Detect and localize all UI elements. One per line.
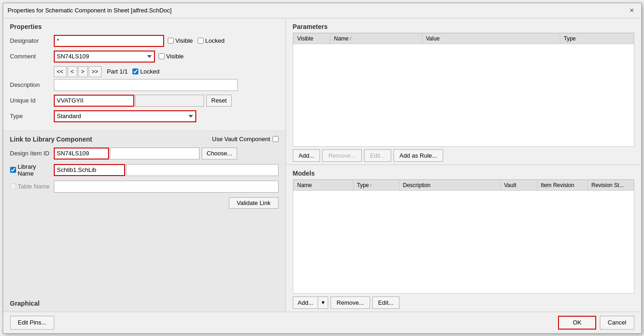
- validate-link-button[interactable]: Validate Link: [229, 197, 278, 209]
- title-bar: Properties for Schematic Component in Sh…: [3, 3, 641, 18]
- visible1-label: Visible: [176, 37, 193, 44]
- models-add-dropdown-button[interactable]: ▼: [318, 296, 328, 309]
- table-name-checkbox[interactable]: [10, 183, 16, 189]
- left-panel: Properties Designator Visible Locked: [3, 18, 286, 312]
- description-label: Description: [10, 81, 54, 88]
- comment-select[interactable]: SN74LS109: [54, 51, 155, 63]
- type-label: Type: [10, 113, 54, 120]
- library-full-input[interactable]: [126, 164, 279, 176]
- visible2-label: Visible: [166, 53, 184, 60]
- library-name-label: Library Name: [18, 163, 54, 177]
- models-edit-button[interactable]: Edit...: [372, 296, 399, 309]
- table-name-label: Table Name: [18, 183, 50, 190]
- unique-id-row: Unique Id Reset: [10, 95, 279, 107]
- nav-first-button[interactable]: <<: [54, 66, 67, 77]
- params-add-button[interactable]: Add...: [293, 149, 320, 162]
- close-button[interactable]: ×: [627, 6, 637, 15]
- models-col-description: Description: [399, 180, 500, 191]
- library-name-row: Library Name: [10, 163, 279, 177]
- design-item-row: Design Item ID Choose...: [10, 148, 279, 159]
- comment-row: Comment SN74LS109 Visible: [10, 51, 279, 63]
- vault-label: Use Vault Component: [212, 136, 270, 142]
- locked1-group: Locked: [198, 37, 225, 44]
- locked2-group: Locked: [132, 68, 160, 75]
- dialog-footer: Edit Pins... OK Cancel: [3, 312, 641, 333]
- models-remove-button[interactable]: Remove...: [331, 296, 370, 309]
- parameters-table-area: Visible Name Value Type: [293, 33, 634, 147]
- part-label: Part 1/1: [107, 68, 128, 75]
- params-btn-row: Add... Remove... Edit... Add as Rule...: [286, 147, 641, 165]
- params-edit-button[interactable]: Edit...: [364, 149, 391, 162]
- description-input[interactable]: [54, 79, 238, 91]
- models-table: Name Type Description Vault Item Revisio…: [293, 180, 634, 191]
- main-dialog: Properties for Schematic Component in Sh…: [3, 3, 642, 334]
- models-col-type: Type: [353, 180, 399, 191]
- params-col-visible: Visible: [293, 33, 330, 44]
- design-item-ext-input[interactable]: [110, 148, 199, 159]
- type-select[interactable]: Standard: [54, 110, 196, 122]
- visible2-group: Visible: [159, 53, 184, 60]
- nav-next-button[interactable]: >: [78, 66, 88, 77]
- visible2-checkbox[interactable]: [159, 53, 165, 59]
- table-name-row: Table Name: [10, 181, 279, 193]
- type-row: Type Standard: [10, 110, 279, 122]
- link-section: Link to Library Component Use Vault Comp…: [3, 131, 285, 295]
- locked1-label: Locked: [205, 37, 225, 44]
- design-item-label: Design Item ID: [10, 150, 54, 157]
- library-name-check-group: Library Name: [10, 163, 54, 177]
- dialog-title: Properties for Schematic Component in Sh…: [8, 7, 172, 14]
- table-name-check-group: Table Name: [10, 183, 54, 190]
- footer-left: Edit Pins...: [10, 316, 54, 330]
- description-row: Description: [10, 79, 279, 91]
- graphical-section: Graphical: [3, 295, 285, 312]
- library-name-checkbox[interactable]: [10, 167, 16, 173]
- nav-prev-button[interactable]: <: [68, 66, 77, 77]
- link-title: Link to Library Component: [10, 136, 92, 143]
- parameters-table: Visible Name Value Type: [293, 33, 634, 44]
- nav-row: << < > >> Part 1/1 Locked: [10, 66, 279, 77]
- models-col-vault: Vault: [500, 180, 537, 191]
- visible1-checkbox[interactable]: [168, 38, 174, 44]
- design-item-input[interactable]: [54, 148, 109, 159]
- designator-label: Designator: [10, 37, 54, 44]
- cancel-button[interactable]: Cancel: [600, 316, 634, 330]
- comment-label: Comment: [10, 53, 54, 60]
- parameters-panel: Parameters Visible Name Value Type: [286, 18, 641, 165]
- nav-last-button[interactable]: >>: [89, 66, 102, 77]
- ok-button[interactable]: OK: [558, 316, 596, 330]
- vault-checkbox[interactable]: [273, 136, 279, 142]
- link-header: Link to Library Component Use Vault Comp…: [10, 136, 279, 143]
- models-col-name: Name: [293, 180, 353, 191]
- properties-title: Properties: [10, 23, 279, 30]
- models-title: Models: [286, 165, 641, 179]
- table-name-input[interactable]: [54, 181, 279, 193]
- choose-button[interactable]: Choose...: [202, 148, 238, 159]
- graphical-title: Graphical: [10, 300, 279, 307]
- params-add-as-rule-button[interactable]: Add as Rule...: [393, 149, 443, 162]
- validate-row: Validate Link: [10, 197, 279, 209]
- params-col-type: Type: [560, 33, 633, 44]
- reset-button[interactable]: Reset: [206, 95, 232, 107]
- params-col-name: Name: [330, 33, 422, 44]
- parameters-title: Parameters: [286, 18, 641, 33]
- locked1-checkbox[interactable]: [198, 38, 204, 44]
- library-name-input[interactable]: [54, 164, 125, 176]
- params-remove-button[interactable]: Remove...: [322, 149, 361, 162]
- models-col-item-revision: Item Revision: [537, 180, 587, 191]
- designator-input[interactable]: [54, 35, 164, 47]
- unique-id-input[interactable]: [54, 95, 134, 107]
- unique-id-label: Unique Id: [10, 97, 54, 104]
- unique-id-ext-input[interactable]: [135, 95, 204, 107]
- params-col-value: Value: [422, 33, 560, 44]
- visible1-group: Visible: [168, 37, 193, 44]
- models-btn-row: Add... ▼ Remove... Edit...: [286, 294, 641, 312]
- footer-right: OK Cancel: [558, 316, 634, 330]
- models-col-revision-st: Revision St...: [587, 180, 633, 191]
- models-add-button[interactable]: Add...: [293, 296, 318, 309]
- right-panel: Parameters Visible Name Value Type: [286, 18, 641, 312]
- models-add-group: Add... ▼: [293, 296, 329, 309]
- vault-group: Use Vault Component: [212, 136, 278, 142]
- designator-row: Designator Visible Locked: [10, 35, 279, 47]
- locked2-checkbox[interactable]: [132, 68, 138, 74]
- edit-pins-button[interactable]: Edit Pins...: [10, 316, 54, 330]
